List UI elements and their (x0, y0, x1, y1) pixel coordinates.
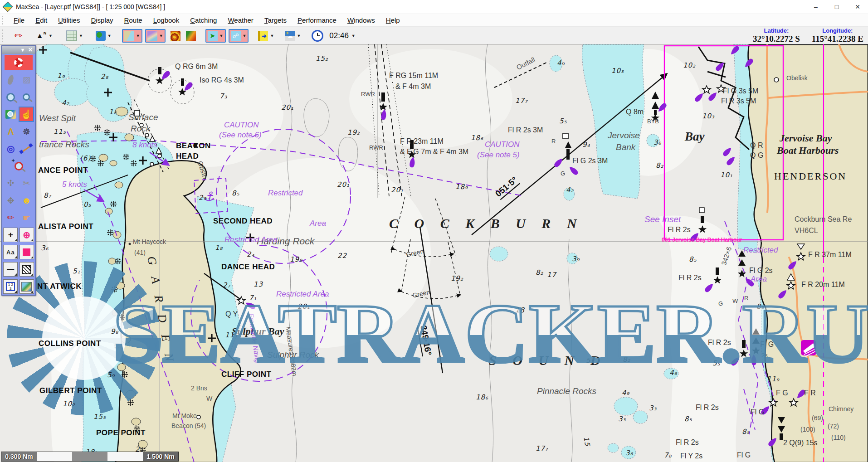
hand-icon: ☝ (21, 109, 32, 120)
menu-catching[interactable]: Catching (185, 16, 222, 24)
divider-icon: Λ (8, 126, 14, 137)
grid-icon (66, 30, 77, 41)
select-tool[interactable]: ☛ (20, 211, 33, 224)
palette-close-icon[interactable]: ✕ (28, 47, 33, 53)
menu-windows[interactable]: Windows (342, 16, 380, 24)
overview-tool[interactable] (4, 107, 18, 121)
minimize-button[interactable]: – (805, 0, 826, 14)
color-tool[interactable] (20, 245, 34, 259)
smiley-icon: ☻ (22, 195, 31, 206)
door-icon: ➜ (258, 31, 268, 41)
pagegrid-icon: 1 2 3 (6, 282, 15, 291)
menu-help[interactable]: Help (380, 16, 405, 24)
info-tool[interactable]: ☻ (20, 194, 33, 207)
menu-file[interactable]: File (8, 16, 30, 24)
zoom-out-tool[interactable] (20, 90, 33, 104)
longitude-value: 115°41.2238 E (812, 34, 863, 44)
polygon-icon: ✣ (7, 178, 14, 188)
maximize-button[interactable]: □ (826, 0, 847, 14)
grid-number-tool[interactable]: 1 2 3 (3, 279, 18, 294)
draw-mode-button[interactable]: ✏ (11, 29, 26, 43)
position-readout: Latitude: 32°10.2272 S Longitude: 115°41… (733, 28, 863, 44)
mark-tool[interactable]: + (3, 228, 18, 242)
cross-icon: + (8, 230, 13, 240)
range-rings-tool[interactable]: ◎ (4, 142, 18, 156)
nautical-chart[interactable]: ⚓ (0, 44, 868, 462)
pen-icon: ✏ (13, 30, 24, 41)
zoom-in-tool[interactable] (4, 90, 18, 104)
time-dropdown-icon[interactable]: ▼ (351, 34, 356, 38)
dropdown-icon[interactable]: ▼ (107, 34, 112, 38)
map-mini-tool[interactable] (20, 279, 34, 294)
dropdown-icon[interactable]: ▼ (79, 34, 83, 38)
latitude-value: 32°10.2272 S (753, 34, 800, 44)
chart-3d-button[interactable]: ▼ (145, 29, 166, 43)
menu-performance[interactable]: Performance (292, 16, 342, 24)
navigation-button[interactable]: ➤▼ (205, 29, 226, 43)
menu-display[interactable]: Display (85, 16, 118, 24)
minimap-icon (21, 282, 32, 292)
terrain-icon (186, 31, 196, 41)
catch-tool: ▨ (20, 73, 33, 87)
scale-min-label: 0.300 Nm (5, 453, 33, 460)
title-bar: MaxSea - [Layer.ptf [WGS84]] - [ 1:25 00… (0, 0, 868, 14)
menu-utilities[interactable]: Utilities (53, 16, 85, 24)
lifering-icon (14, 58, 23, 67)
contour-button[interactable] (168, 29, 183, 43)
toolbar-grip[interactable] (2, 29, 5, 42)
scale-bar: 0.300 Nm 1.500 Nm (1, 452, 179, 462)
dropdown-icon[interactable]: ▼ (270, 34, 274, 38)
wpline-icon (22, 145, 31, 152)
route-button[interactable]: ☍▼ (229, 29, 249, 43)
dropdown-icon[interactable]: ▼ (159, 34, 163, 38)
line-style-tool[interactable]: — (3, 262, 18, 277)
weather-button[interactable]: ☁▼ (283, 29, 303, 43)
zoom-area-tool[interactable] (12, 159, 25, 173)
chart-area[interactable]: ⚓ (0, 44, 868, 462)
waypoint-line-tool[interactable] (20, 142, 33, 156)
menu-targets[interactable]: Targets (259, 16, 292, 24)
world-map-button[interactable]: ▼ (93, 29, 114, 43)
pan-tool[interactable]: ☝ (20, 107, 33, 121)
mob-tool[interactable] (5, 55, 33, 70)
weather-icon: ☁ (285, 31, 295, 41)
target-symbol-tool[interactable]: ⊕ (20, 228, 34, 242)
terrain-button[interactable] (184, 29, 198, 43)
line-icon: — (7, 265, 14, 273)
toolbar: ✏▲▼▼▼▼▼➤▼☍▼➜▼☁▼ 02:46 ▼ Latitude: 32°10.… (0, 27, 868, 45)
cut-tool[interactable]: ✂ (20, 176, 33, 190)
contour-icon (171, 31, 180, 41)
menu-weather[interactable]: Weather (222, 16, 258, 24)
latitude-label: Latitude: (764, 28, 789, 34)
text-tool[interactable]: Aa (3, 245, 18, 259)
palette-title-bar[interactable]: ▾ ✕ (2, 46, 35, 54)
clock-button[interactable] (309, 28, 326, 44)
compass-tool[interactable]: ☸ (20, 125, 33, 138)
chart2d-icon (124, 31, 134, 41)
orientation-button[interactable]: ▲▼ (34, 29, 55, 43)
tool-palette: ▾ ✕ ▨☝Λ☸◎✣✂✥☻✏☛+⊕Aa—1 2 3 (1, 45, 36, 296)
menu-logbook[interactable]: Logbook (148, 16, 185, 24)
close-button[interactable]: ✕ (847, 0, 868, 14)
event-button[interactable]: ➜▼ (256, 29, 276, 43)
menu-grip[interactable] (2, 16, 5, 24)
draw-tool[interactable]: ✏ (4, 211, 18, 224)
divider-tool[interactable]: Λ (4, 125, 18, 138)
maxsea-window: MaxSea - [Layer.ptf [WGS84]] - [ 1:25 00… (0, 0, 868, 462)
world-icon (96, 31, 106, 41)
polygon-tool[interactable]: ✣ (4, 176, 18, 190)
dropdown-icon[interactable]: ▼ (219, 34, 224, 38)
grid-button[interactable]: ▼ (64, 29, 85, 43)
swatch-icon (23, 248, 30, 256)
chart-2d-button[interactable]: ▼ (122, 29, 142, 43)
dropdown-icon[interactable]: ▼ (136, 34, 140, 38)
fill-style-tool[interactable] (20, 262, 34, 277)
window-title: MaxSea - [Layer.ptf [WGS84]] - [ 1:25 00… (16, 3, 165, 10)
move-tool[interactable]: ✥ (4, 194, 18, 207)
dropdown-icon[interactable]: ▼ (49, 34, 53, 38)
dropdown-icon[interactable]: ▼ (243, 34, 247, 38)
palette-menu-icon[interactable]: ▾ (21, 47, 24, 53)
menu-edit[interactable]: Edit (30, 16, 53, 24)
dropdown-icon[interactable]: ▼ (297, 34, 301, 38)
menu-route[interactable]: Route (119, 16, 148, 24)
